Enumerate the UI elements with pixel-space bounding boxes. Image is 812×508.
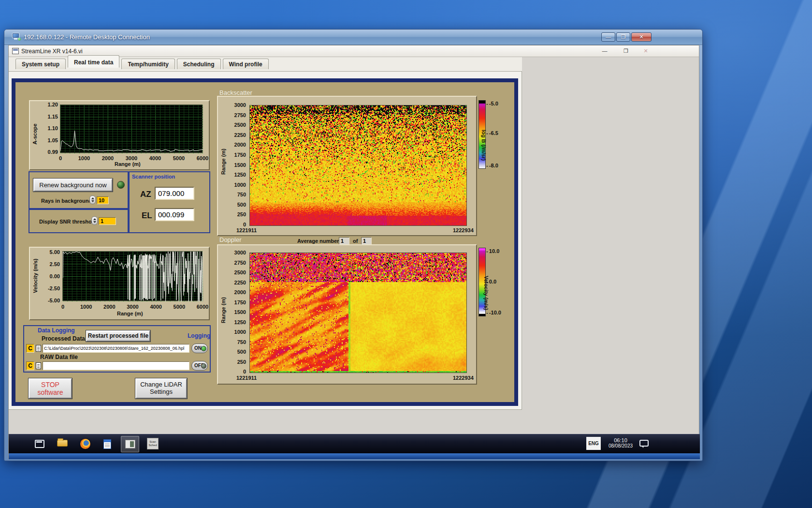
ascope-x-axis-label: Range (m) (115, 161, 141, 167)
processed-drive-button[interactable]: C (26, 344, 34, 353)
tick-label: 5.00 (42, 249, 60, 255)
backscatter-y-axis-label: Range (m) (220, 149, 226, 175)
change-line2: Settings (136, 388, 186, 395)
firefox-icon[interactable] (80, 439, 90, 449)
az-value: 079.000 (158, 189, 184, 197)
snr-threshold-label: Display SNR threshold (39, 219, 97, 224)
tick-label: 4000 (145, 155, 166, 161)
tick-label: -2.50 (42, 285, 60, 291)
stop-software-button[interactable]: STOP software (29, 378, 72, 399)
task-view-icon[interactable] (35, 440, 44, 448)
rdp-window-title: 192.168.0.122 - Remote Desktop Connectio… (24, 33, 150, 41)
tick-label: 1500 (227, 162, 246, 168)
raw-path-field[interactable] (43, 361, 189, 370)
rdp-maximize-button[interactable]: ❐ (616, 32, 630, 42)
tab-temp-humidity[interactable]: Temp/humidity (121, 59, 174, 69)
scan-scheduler-icon[interactable]: ScanSched (147, 438, 159, 449)
folder-icon[interactable] (57, 438, 68, 447)
on-label: ON (194, 345, 202, 351)
raw-browse-icon[interactable] (36, 362, 41, 369)
clock-time: 06:10 (605, 437, 637, 443)
processed-browse-icon[interactable] (36, 345, 41, 352)
tab-wind-profile[interactable]: Wind profile (223, 59, 269, 69)
rdp-computer-icon (12, 33, 21, 41)
close-icon: ✕ (639, 34, 643, 40)
colorbar-tick: - -5.0 (486, 101, 498, 106)
ascope-plot (60, 105, 203, 153)
tick-label: 3000 (227, 102, 246, 108)
rays-value: 10 (99, 197, 104, 203)
panel-frame: A-scope 1.201.151.101.050.99 01000200030… (12, 78, 518, 406)
tick-label: 3000 (122, 304, 144, 310)
document-icon[interactable] (103, 439, 111, 449)
raw-drive-button[interactable]: C (26, 361, 34, 370)
close-icon: ✕ (643, 48, 648, 54)
el-value-field[interactable]: 000.099 (155, 208, 194, 221)
change-line1: Change LiDAR (136, 381, 186, 388)
velocity-plot (62, 251, 203, 301)
change-lidar-settings-button[interactable]: Change LiDAR Settings (135, 378, 187, 399)
raw-data-file-label: RAW Data file (40, 354, 78, 360)
taskbar-clock[interactable]: 06:10 08/08/2023 (605, 437, 637, 448)
language-indicator[interactable]: ENG (586, 437, 601, 450)
tab-real-time-data[interactable]: Real time data (68, 55, 119, 68)
processed-path-field[interactable]: C:\Lidar\Data\Proc\2023\202308\20230808\… (43, 344, 189, 353)
tick-label: 1.15 (42, 114, 58, 120)
app-window: StreamLine XR v14-6.vi — ❐ ✕ System setu… (8, 45, 699, 459)
processed-path-value: C:\Lidar\Data\Proc\2023\202308\20230808\… (44, 346, 184, 351)
tick-label: 0 (227, 222, 246, 227)
restart-processed-file-button[interactable]: Restart processed file (86, 330, 150, 342)
tick-label: 0.00 (42, 273, 60, 279)
restart-processed-file-label: Restart processed file (88, 332, 148, 339)
app-minimize-button[interactable]: — (597, 47, 612, 55)
notification-icon[interactable] (639, 440, 649, 447)
tick-label: 2500 (227, 269, 246, 275)
taskbar: ScanSched ENG 06:10 08/08/2023 (9, 434, 700, 453)
snr-spinner[interactable] (91, 216, 98, 225)
raw-logging-toggle[interactable]: OFF (191, 361, 208, 371)
az-label: AZ (140, 190, 151, 199)
tick-label: 750 (227, 192, 246, 197)
rays-spinner[interactable] (89, 195, 96, 204)
maximize-icon: ❐ (624, 48, 628, 54)
ascope-y-axis-label: A-scope (32, 123, 38, 144)
app-close-button[interactable]: ✕ (638, 47, 653, 55)
tick-label: 250 (227, 359, 246, 365)
tick-label: 5000 (169, 304, 190, 310)
tick-label: 2.50 (42, 261, 60, 267)
data-logging-title: Data Logging (38, 327, 75, 334)
colorbar-tick: - 10.0 (486, 248, 499, 254)
backscatter-heatmap (249, 105, 467, 226)
az-value-field[interactable]: 079.000 (155, 187, 194, 200)
minimize-icon: — (606, 34, 611, 40)
tab-scheduling[interactable]: Scheduling (177, 59, 221, 69)
rdp-window: 192.168.0.122 - Remote Desktop Connectio… (4, 29, 703, 461)
rdp-titlebar[interactable]: 192.168.0.122 - Remote Desktop Connectio… (4, 30, 702, 45)
tick-label: 0.99 (42, 149, 58, 155)
ascope-graph-bezel: A-scope 1.201.151.101.050.99 01000200030… (29, 100, 210, 170)
tick-label: 2250 (227, 280, 246, 285)
tabpage-real-time-data: A-scope 1.201.151.101.050.99 01000200030… (9, 72, 522, 410)
tick-label: 2000 (99, 304, 120, 310)
tick-label: 1000 (227, 329, 246, 335)
rdp-close-button[interactable]: ✕ (631, 32, 652, 42)
snr-value-field[interactable]: 1 (99, 217, 116, 225)
backscatter-x-left: 1221911 (236, 227, 257, 233)
toggle-on-led (201, 346, 206, 351)
tick-label: 1.20 (42, 102, 58, 107)
renew-background-button[interactable]: Renew background now (33, 179, 113, 192)
app-maximize-button[interactable]: ❐ (619, 47, 633, 55)
tick-label: 1750 (227, 152, 246, 158)
tick-label: 750 (227, 339, 246, 345)
colorbar-tick: - -6.5 (486, 130, 498, 136)
active-app-button[interactable] (121, 436, 139, 452)
tick-label: 2750 (227, 260, 246, 266)
doppler-heatmap (249, 253, 467, 373)
processed-logging-toggle[interactable]: ON (191, 344, 208, 353)
eng-label: ENG (588, 441, 599, 446)
tick-label: 1500 (227, 309, 246, 315)
rays-value-field[interactable]: 10 (97, 196, 109, 204)
average-number-value: 1 (341, 238, 344, 244)
rdp-minimize-button[interactable]: — (601, 32, 615, 42)
tab-system-setup[interactable]: System setup (15, 59, 66, 69)
